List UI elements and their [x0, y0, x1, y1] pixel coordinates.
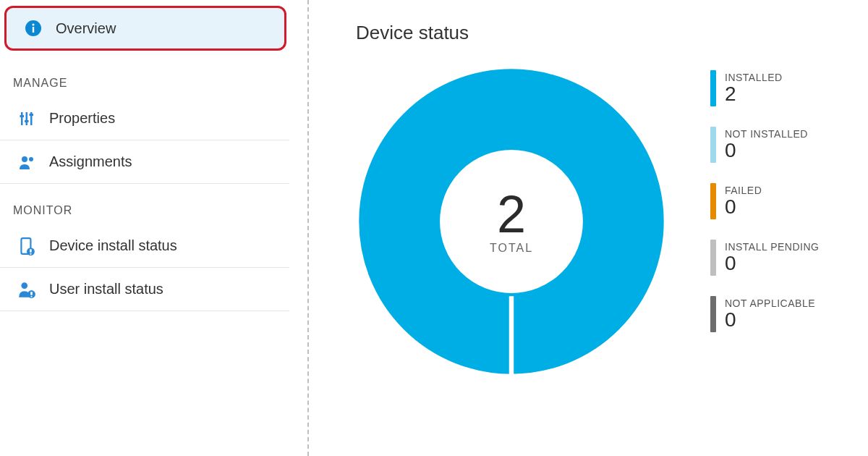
- panel-title: Device status: [356, 22, 861, 44]
- svg-rect-17: [30, 292, 33, 295]
- svg-rect-6: [20, 115, 25, 117]
- sidebar: Overview MANAGE Properties: [0, 0, 289, 456]
- sidebar-section-manage: MANAGE: [0, 56, 289, 97]
- legend-label: INSTALLED: [725, 72, 783, 83]
- legend-item-failed: FAILED 0: [710, 183, 819, 219]
- svg-point-2: [32, 23, 34, 25]
- sidebar-item-device-install-status[interactable]: Device install status: [0, 224, 289, 268]
- sidebar-item-overview[interactable]: Overview: [4, 6, 286, 51]
- legend-color-swatch: [710, 296, 716, 332]
- sidebar-item-label: Overview: [56, 20, 116, 37]
- info-icon: [24, 19, 43, 38]
- sidebar-section-monitor: MONITOR: [0, 184, 289, 224]
- user-status-icon: [17, 280, 36, 299]
- main-panel: Device status 2 TOTAL INSTALLED 2: [327, 0, 868, 456]
- legend-color-swatch: [710, 183, 716, 219]
- legend-color-swatch: [710, 240, 716, 276]
- legend-label: INSTALL PENDING: [725, 241, 819, 253]
- svg-rect-7: [25, 120, 29, 122]
- svg-point-9: [22, 156, 27, 162]
- svg-rect-1: [33, 27, 34, 33]
- chart-legend: INSTALLED 2 NOT INSTALLED 0 FAILED 0: [710, 70, 819, 332]
- device-status-icon: [17, 237, 36, 256]
- svg-point-15: [21, 282, 27, 289]
- donut-total-value: 2: [490, 188, 533, 240]
- legend-label: NOT INSTALLED: [725, 128, 808, 140]
- sidebar-item-label: User install status: [49, 281, 163, 297]
- sidebar-item-label: Device install status: [49, 237, 177, 254]
- sidebar-item-assignments[interactable]: Assignments: [0, 140, 289, 184]
- pane-divider: [289, 0, 327, 456]
- legend-color-swatch: [710, 127, 716, 163]
- svg-rect-4: [26, 112, 28, 125]
- svg-rect-8: [30, 114, 34, 116]
- legend-value: 0: [725, 140, 808, 161]
- legend-value: 0: [725, 253, 819, 274]
- donut-chart: 2 TOTAL: [356, 66, 667, 377]
- legend-item-install-pending: INSTALL PENDING 0: [710, 240, 819, 276]
- sliders-icon: [17, 109, 36, 128]
- donut-total-label: TOTAL: [490, 242, 533, 255]
- legend-item-installed: INSTALLED 2: [710, 70, 819, 106]
- sidebar-item-label: Assignments: [49, 153, 132, 170]
- legend-value: 2: [725, 83, 783, 104]
- legend-label: FAILED: [725, 185, 762, 196]
- user-assign-icon: [17, 153, 36, 172]
- sidebar-item-user-install-status[interactable]: User install status: [0, 268, 289, 311]
- svg-rect-13: [30, 249, 32, 252]
- svg-rect-3: [21, 112, 23, 125]
- legend-value: 0: [725, 196, 762, 217]
- legend-label: NOT APPLICABLE: [725, 297, 815, 309]
- legend-item-not-applicable: NOT APPLICABLE 0: [710, 296, 819, 332]
- legend-color-swatch: [710, 70, 716, 106]
- svg-point-18: [30, 295, 32, 297]
- svg-point-14: [30, 253, 31, 254]
- sidebar-item-label: Properties: [49, 110, 115, 127]
- sidebar-item-properties[interactable]: Properties: [0, 97, 289, 140]
- legend-item-not-installed: NOT INSTALLED 0: [710, 127, 819, 163]
- legend-value: 0: [725, 309, 815, 330]
- svg-point-10: [29, 157, 33, 161]
